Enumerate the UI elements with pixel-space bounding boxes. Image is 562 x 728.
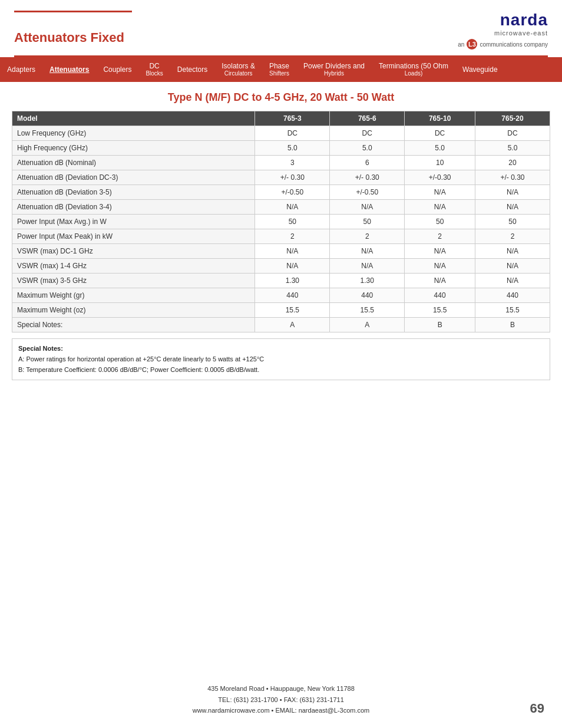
nav-item-phase-shifters[interactable]: Phase Shifters: [262, 57, 296, 82]
logo-narda-text: narda: [500, 11, 548, 29]
table-cell-value: 440: [255, 288, 330, 303]
logo-narda-group: narda: [500, 11, 548, 29]
table-cell-value: B: [405, 318, 475, 332]
table-cell-label: Attenuation dB (Nominal): [12, 156, 255, 170]
table-cell-value: 15.5: [405, 303, 475, 318]
col-header-765-6: 765-6: [330, 111, 405, 126]
table-cell-value: 5.0: [475, 141, 550, 156]
table-cell-value: 15.5: [255, 303, 330, 318]
table-cell-value: N/A: [405, 274, 475, 288]
footer-page-number: 69: [530, 701, 544, 716]
table-cell-value: DC: [330, 126, 405, 141]
table-cell-value: 15.5: [475, 303, 550, 318]
table-cell-label: Maximum Weight (gr): [12, 288, 255, 303]
title-area: Attenuators Fixed: [14, 11, 132, 45]
table-cell-label: Special Notes:: [12, 318, 255, 332]
nav-item-attenuators[interactable]: Attenuators: [42, 61, 96, 78]
logo-area: narda microwave-east an L3 communication…: [458, 11, 548, 50]
table-cell-value: N/A: [330, 259, 405, 274]
table-cell-value: B: [475, 318, 550, 332]
page-title-header: Attenuators Fixed: [14, 30, 132, 45]
table-cell-value: 2: [475, 229, 550, 244]
footer: 435 Moreland Road • Hauppauge, New York …: [0, 683, 562, 716]
table-cell-value: 2: [405, 229, 475, 244]
nav-item-couplers[interactable]: Couplers: [96, 61, 138, 78]
table-cell-value: N/A: [475, 274, 550, 288]
table-cell-value: 5.0: [330, 141, 405, 156]
special-notes: Special Notes: A: Power ratings for hori…: [12, 338, 550, 380]
table-cell-value: 2: [330, 229, 405, 244]
table-cell-value: 5.0: [255, 141, 330, 156]
table-row: Attenuation dB (Deviation 3-4)N/AN/AN/AN…: [12, 200, 550, 215]
table-row: Maximum Weight (oz)15.515.515.515.5: [12, 303, 550, 318]
table-row: VSWR (max) DC-1 GHzN/AN/AN/AN/A: [12, 244, 550, 259]
data-table: Model 765-3 765-6 765-10 765-20 Low Freq…: [12, 111, 550, 332]
table-cell-value: +/- 0.30: [330, 170, 405, 185]
nav-item-isolators[interactable]: Isolators & Circulators: [214, 57, 262, 82]
logo-badge-text: communications company: [480, 41, 548, 48]
footer-line1: 435 Moreland Road • Hauppauge, New York …: [0, 683, 562, 694]
table-cell-label: Attenuation dB (Deviation 3-5): [12, 185, 255, 200]
nav-item-waveguide[interactable]: Waveguide: [455, 61, 505, 78]
table-cell-label: Low Frequency (GHz): [12, 126, 255, 141]
table-row: Attenuation dB (Nominal)361020: [12, 156, 550, 170]
table-cell-value: +/-0.30: [405, 170, 475, 185]
table-row: Low Frequency (GHz)DCDCDCDC: [12, 126, 550, 141]
table-cell-value: 1.30: [255, 274, 330, 288]
table-cell-value: 440: [330, 288, 405, 303]
nav-item-terminations[interactable]: Terminations (50 Ohm Loads): [372, 57, 455, 82]
special-note-a: A: Power ratings for horizontal operatio…: [18, 355, 264, 363]
special-notes-title: Special Notes:: [18, 345, 63, 352]
table-cell-value: +/-0.50: [255, 185, 330, 200]
table-row: Attenuation dB (Deviation DC-3)+/- 0.30+…: [12, 170, 550, 185]
logo-badge-icon: L3: [467, 39, 477, 50]
col-header-765-10: 765-10: [405, 111, 475, 126]
footer-line3: www.nardamicrowave.com • EMAIL: nardaeas…: [0, 705, 562, 716]
col-header-765-20: 765-20: [475, 111, 550, 126]
table-cell-value: N/A: [330, 244, 405, 259]
main-page-title: Type N (M/F) DC to 4-5 GHz, 20 Watt - 50…: [0, 91, 562, 104]
table-cell-label: Power Input (Max Avg.) in W: [12, 215, 255, 229]
table-cell-value: A: [330, 318, 405, 332]
special-note-b: B: Temperature Coefficient: 0.0006 dB/dB…: [18, 366, 259, 373]
table-cell-value: N/A: [255, 244, 330, 259]
table-cell-value: +/- 0.30: [475, 170, 550, 185]
red-divider-top: [14, 11, 132, 12]
table-row: Maximum Weight (gr)440440440440: [12, 288, 550, 303]
col-header-model: Model: [12, 111, 255, 126]
logo-badge-an: an: [458, 41, 464, 48]
table-row: Special Notes:AABB: [12, 318, 550, 332]
nav-item-dc-blocks[interactable]: DC Blocks: [138, 57, 170, 82]
table-cell-value: 2: [255, 229, 330, 244]
table-cell-label: Power Input (Max Peak) in kW: [12, 229, 255, 244]
table-cell-value: 50: [475, 215, 550, 229]
table-cell-value: N/A: [475, 200, 550, 215]
table-cell-value: 6: [330, 156, 405, 170]
navbar: Adapters Attenuators Couplers DC Blocks …: [0, 57, 562, 82]
nav-item-detectors[interactable]: Detectors: [170, 61, 214, 78]
table-cell-label: VSWR (max) 1-4 GHz: [12, 259, 255, 274]
table-cell-label: VSWR (max) DC-1 GHz: [12, 244, 255, 259]
table-cell-value: 3: [255, 156, 330, 170]
nav-item-power-dividers[interactable]: Power Dividers and Hybrids: [296, 57, 372, 82]
table-cell-value: 5.0: [405, 141, 475, 156]
logo-sub-text: microwave-east: [494, 29, 548, 37]
data-table-wrapper: Model 765-3 765-6 765-10 765-20 Low Freq…: [12, 111, 550, 332]
table-cell-value: N/A: [330, 200, 405, 215]
table-cell-value: 440: [405, 288, 475, 303]
table-cell-value: DC: [255, 126, 330, 141]
table-cell-value: 50: [330, 215, 405, 229]
table-cell-value: N/A: [255, 259, 330, 274]
table-row: Power Input (Max Avg.) in W50505050: [12, 215, 550, 229]
logo-badge: an L3 communications company: [458, 39, 548, 50]
table-cell-value: A: [255, 318, 330, 332]
nav-item-adapters[interactable]: Adapters: [0, 61, 42, 78]
table-cell-value: 440: [475, 288, 550, 303]
table-row: Power Input (Max Peak) in kW2222: [12, 229, 550, 244]
table-cell-value: N/A: [475, 259, 550, 274]
table-cell-value: 50: [405, 215, 475, 229]
table-cell-label: Attenuation dB (Deviation DC-3): [12, 170, 255, 185]
table-cell-label: Attenuation dB (Deviation 3-4): [12, 200, 255, 215]
footer-line2: TEL: (631) 231-1700 • FAX: (631) 231-171…: [0, 694, 562, 706]
table-cell-value: N/A: [255, 200, 330, 215]
